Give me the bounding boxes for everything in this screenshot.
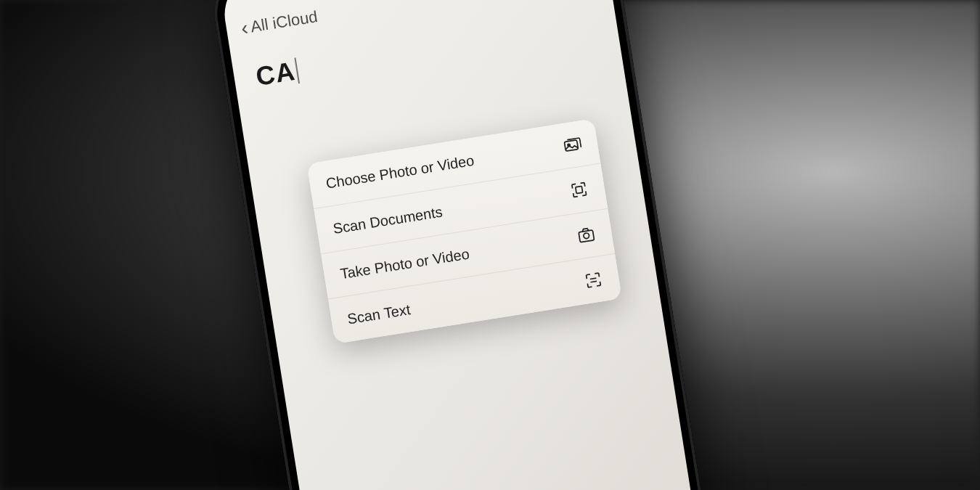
text-scan-icon	[583, 269, 605, 291]
back-label: All iCloud	[249, 7, 319, 36]
menu-item-label: Scan Text	[346, 301, 412, 327]
chevron-left-icon: ‹	[240, 17, 250, 38]
svg-rect-6	[576, 187, 583, 194]
photo-stack-icon	[561, 134, 583, 155]
menu-item-label: Scan Documents	[332, 203, 444, 237]
camera-icon	[576, 224, 597, 246]
back-button[interactable]: ‹ All iCloud	[240, 7, 319, 38]
svg-point-8	[583, 232, 589, 239]
attachment-menu: Choose Photo or Video Scan Documents Tak…	[307, 118, 622, 343]
menu-item-label: Take Photo or Video	[339, 245, 470, 282]
menu-item-label: Choose Photo or Video	[324, 152, 475, 192]
doc-scan-icon	[568, 179, 590, 201]
svg-rect-7	[579, 230, 594, 242]
note-text: CA	[254, 56, 298, 92]
